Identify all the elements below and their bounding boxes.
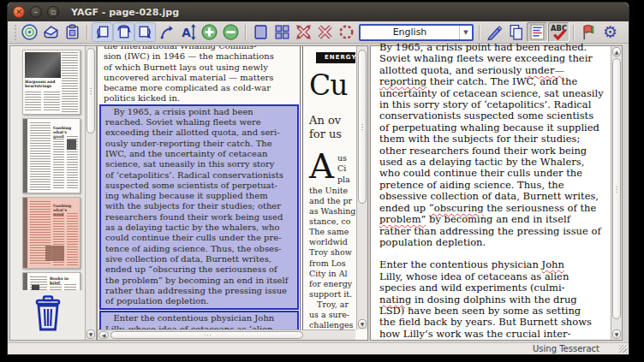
selection-overlay — [23, 198, 80, 268]
titlebar[interactable]: ✕ – ▫ YAGF - page-028.jpg — [8, 3, 629, 21]
page-intro-text: the International Whaling Commis-sion (I… — [104, 46, 299, 104]
window-title: YAGF - page-028.jpg — [71, 7, 179, 18]
select-region-button[interactable] — [250, 22, 271, 42]
select-multiple-regions-button[interactable] — [271, 22, 293, 42]
scan-vertical-scrollbar[interactable]: ▼ — [356, 46, 367, 329]
section-tag: ENERGY — [316, 52, 355, 63]
trash-icon[interactable] — [31, 294, 65, 332]
scanner-icon — [42, 23, 60, 41]
status-text: Using Tesseract — [533, 344, 599, 353]
fit-text-button[interactable]: A — [177, 22, 199, 42]
flag-icon — [580, 23, 598, 41]
thumbnail-page-3-selected[interactable]: Gushing what's good — [22, 197, 80, 269]
paste-image-button[interactable] — [62, 22, 83, 42]
dropcap: A — [309, 151, 334, 185]
spell-check-button[interactable]: ABC — [548, 22, 569, 42]
toolbar-separator — [245, 25, 247, 40]
thumbnail-text-column — [44, 92, 60, 112]
recognize-page-button[interactable] — [527, 22, 548, 42]
thumbnail-photo — [25, 52, 61, 78]
thumbnail-page-4[interactable]: Books in brief — [22, 272, 80, 290]
settings-button[interactable]: ⚙ — [599, 22, 621, 42]
close-button[interactable]: ✕ — [13, 6, 25, 18]
autodetect-regions-button[interactable] — [293, 22, 314, 42]
ocr-text-panel[interactable]: By 1965, a crisis point had been reached… — [370, 45, 623, 341]
article-subtitle: An ovfor us — [309, 114, 355, 141]
resize-grip[interactable] — [619, 345, 627, 353]
thumbnail-page-2[interactable]: Gushing what's good — [22, 118, 80, 193]
scan-button[interactable] — [40, 22, 62, 42]
thumbnail-panel: Harpoons and heartstrings Gushing what's… — [9, 45, 97, 341]
ocr-text-editor[interactable]: By 1965, a crisis point had been reached… — [371, 42, 610, 340]
open-image-button[interactable] — [19, 22, 40, 42]
article-body-text: the Uniteand the pras Washingstance, coT… — [309, 186, 355, 329]
thumbnail-text-column — [25, 92, 41, 112]
scrollbar-thumb[interactable] — [358, 50, 367, 204]
minimize-icon: – — [34, 9, 39, 16]
dropcap-side-text: usCipla — [337, 151, 350, 185]
scrollbar-thumb[interactable] — [86, 48, 95, 134]
status-bar: Using Tesseract — [8, 342, 629, 354]
red-x-icon — [316, 23, 334, 41]
dropcap-row: A usCipla — [309, 151, 355, 185]
app-window: ✕ – ▫ YAGF - page-028.jpg — [7, 2, 629, 355]
scan-image-panel[interactable]: the International Whaling Commis-sion (I… — [97, 45, 368, 341]
ellipse-region-button[interactable] — [336, 22, 357, 42]
scrollbar-thumb[interactable] — [110, 331, 303, 339]
rotate-left-button[interactable] — [92, 22, 113, 42]
thumbnail-headline: Harpoons and heartstrings — [25, 80, 56, 88]
main-area: Harpoons and heartstrings Gushing what's… — [8, 44, 629, 342]
copy-pages-icon — [507, 23, 525, 41]
zoom-in-button[interactable] — [199, 22, 220, 42]
rotate-right-button[interactable] — [134, 22, 156, 42]
deskew-button[interactable] — [156, 22, 177, 42]
edit-text-button[interactable] — [484, 22, 505, 42]
scan-horizontal-scrollbar[interactable]: ◀ — [98, 329, 355, 340]
article-headline: Cu — [309, 68, 355, 102]
scanned-page[interactable]: the International Whaling Commis-sion (I… — [98, 46, 355, 329]
ocr-paragraph-2: Enter the contentious physician JohnLill… — [379, 259, 605, 340]
scrollbar-thumb[interactable] — [612, 58, 621, 319]
language-select[interactable]: English ▼ — [359, 24, 474, 41]
clear-region-button[interactable] — [314, 22, 336, 42]
rotate-right-icon — [136, 23, 154, 41]
rotate-180-button[interactable] — [113, 22, 134, 42]
ocr-selection-region-1[interactable]: By 1965, a crisis point had beenreached.… — [99, 104, 299, 311]
scroll-down-button[interactable]: ▼ — [86, 329, 95, 339]
maximize-button[interactable]: ▫ — [47, 6, 59, 18]
column-rule — [300, 46, 303, 329]
scan-edge — [23, 119, 27, 193]
zoom-out-button[interactable] — [220, 22, 242, 42]
region-square-icon — [252, 23, 270, 41]
text-vertical-scrollbar[interactable]: ▲ ▼ — [611, 46, 622, 340]
crossed-arrows-icon — [295, 23, 313, 41]
ocr-selection-region-2[interactable]: Enter the contentious physician JohnLill… — [99, 311, 299, 329]
letter-resize-icon: A — [179, 23, 197, 41]
toolbar-separator — [573, 25, 575, 40]
scrollbar-grip — [616, 187, 617, 193]
thumbnail-text-column — [64, 284, 76, 290]
scroll-up-button[interactable]: ▲ — [612, 47, 621, 56]
abc-check-icon: ABC — [550, 23, 568, 41]
thumbnail-page-1[interactable]: Harpoons and heartstrings — [22, 50, 80, 115]
recognize-text-icon — [528, 23, 546, 41]
thumbnail-scrollbar[interactable]: ▼ — [85, 46, 96, 340]
thumbnail-text-column — [62, 52, 78, 112]
chevron-down-icon[interactable]: ▼ — [459, 26, 472, 39]
scroll-left-button[interactable]: ◀ — [98, 331, 109, 339]
page-column-2: ENERGY Cu An ovfor us A usCipla the Unit… — [309, 46, 355, 329]
scrollbar-grip — [90, 88, 92, 94]
thumbnail-image — [67, 139, 76, 150]
copy-text-button[interactable] — [505, 22, 527, 42]
multi-region-icon — [273, 23, 291, 41]
deskew-arrow-icon — [158, 23, 176, 41]
zoom-out-icon — [222, 23, 240, 41]
thumbnail-list[interactable]: Harpoons and heartstrings Gushing what's… — [10, 46, 85, 290]
scan-edge — [23, 273, 27, 290]
scroll-down-button[interactable]: ▼ — [358, 319, 367, 329]
scroll-down-button[interactable]: ▼ — [612, 329, 621, 339]
minimize-button[interactable]: – — [30, 6, 42, 18]
toolbar: A — [8, 21, 629, 44]
report-flag-button[interactable] — [578, 22, 599, 42]
toolbar-handle[interactable] — [13, 25, 17, 40]
